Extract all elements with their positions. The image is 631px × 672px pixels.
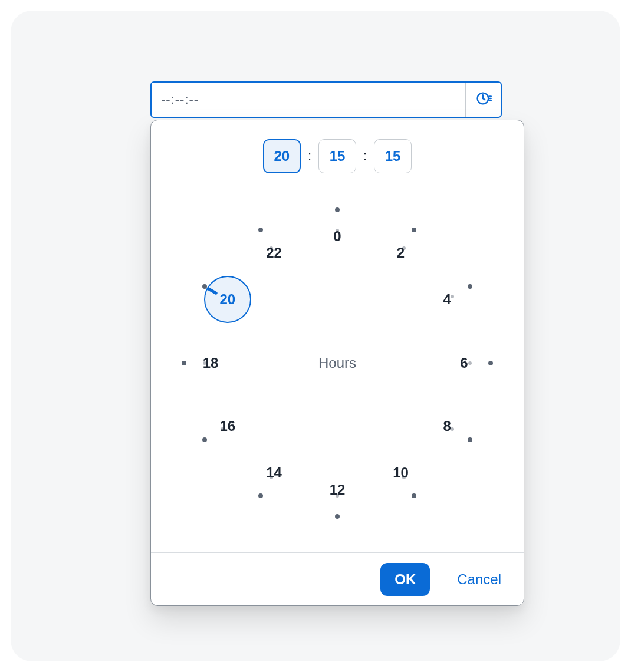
clock-hour[interactable]: 12 <box>330 482 346 498</box>
clock-face[interactable]: Hours 0246810121416182022 <box>172 198 502 528</box>
minutes-segment[interactable]: 15 <box>318 139 356 173</box>
separator: : <box>305 149 314 164</box>
tick-dot <box>488 361 493 365</box>
seconds-segment[interactable]: 15 <box>374 139 412 173</box>
tick-dot <box>468 284 472 289</box>
time-picker-popover: 20 : 15 : 15 Hours 0246810121416182022 O… <box>150 120 524 606</box>
ok-button[interactable]: OK <box>380 563 430 596</box>
time-picker-toggle-button[interactable] <box>465 83 501 117</box>
tick-dot <box>335 514 340 519</box>
selected-hour[interactable]: 20 <box>204 276 251 323</box>
tick-dot <box>468 361 472 365</box>
clock-hour[interactable]: 16 <box>219 418 235 434</box>
tick-dot <box>412 228 416 232</box>
tick-dot <box>412 493 416 498</box>
clock-hour[interactable]: 18 <box>203 355 219 371</box>
clock-hour[interactable]: 0 <box>333 228 341 245</box>
clock-hour[interactable]: 22 <box>266 245 282 261</box>
clock-hour[interactable]: 2 <box>397 245 405 261</box>
clock-icon <box>475 90 492 109</box>
time-input-value: --:--:-- <box>152 83 465 117</box>
tick-dot <box>468 437 472 442</box>
tick-dot <box>202 437 207 442</box>
time-input[interactable]: --:--:-- <box>150 81 502 118</box>
tick-dot <box>258 493 263 498</box>
clock-center-label: Hours <box>318 355 356 371</box>
tick-dot <box>258 228 263 232</box>
cancel-button[interactable]: Cancel <box>453 571 505 588</box>
clock-hour[interactable]: 14 <box>266 465 282 481</box>
hours-segment[interactable]: 20 <box>263 139 301 173</box>
clock-hour[interactable]: 10 <box>393 465 409 481</box>
clock-hour[interactable]: 6 <box>460 355 468 371</box>
time-segments: 20 : 15 : 15 <box>151 139 524 173</box>
clock-hour[interactable]: 4 <box>443 291 451 308</box>
clock-hour[interactable]: 8 <box>443 418 451 434</box>
separator: : <box>361 149 369 164</box>
clock-area: Hours 0246810121416182022 <box>151 173 524 552</box>
page-canvas: --:--:-- 20 : 15 : 15 Hours <box>11 11 620 661</box>
popover-footer: OK Cancel <box>151 552 524 605</box>
tick-dot <box>182 361 186 365</box>
tick-dot <box>335 207 340 212</box>
